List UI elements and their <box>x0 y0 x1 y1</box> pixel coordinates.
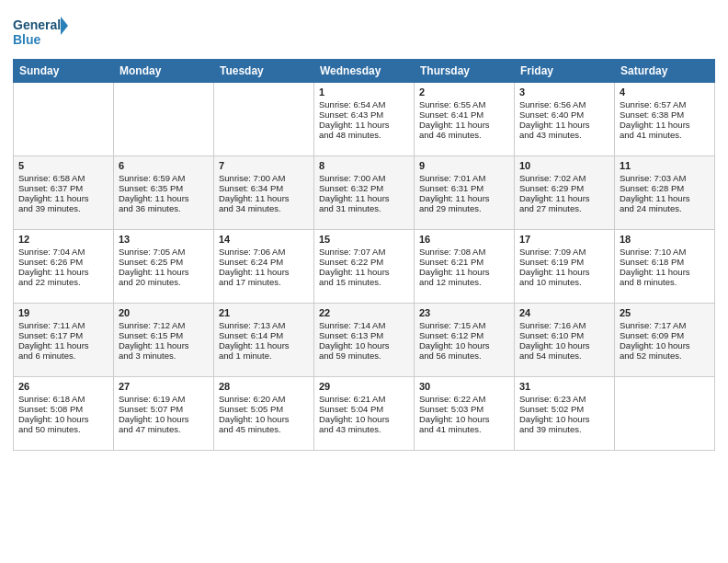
calendar-cell: 24Sunrise: 7:16 AMSunset: 6:10 PMDayligh… <box>515 304 615 377</box>
calendar-cell: 16Sunrise: 7:08 AMSunset: 6:21 PMDayligh… <box>415 230 515 304</box>
day-info: Daylight: 11 hours <box>620 193 710 203</box>
calendar-cell: 27Sunrise: 6:19 AMSunset: 5:07 PMDayligh… <box>114 377 214 451</box>
day-number: 28 <box>219 381 309 392</box>
day-info: Sunset: 6:40 PM <box>519 109 609 120</box>
day-info: and 43 minutes. <box>519 130 609 140</box>
day-info: Daylight: 11 hours <box>18 267 108 277</box>
day-info: and 34 minutes. <box>219 203 309 213</box>
day-info: Sunset: 6:10 PM <box>519 330 609 340</box>
day-info: Sunset: 5:03 PM <box>419 404 509 414</box>
day-info: Sunset: 6:24 PM <box>219 257 309 267</box>
day-info: Sunset: 6:21 PM <box>419 257 509 267</box>
day-info: Sunrise: 6:56 AM <box>519 99 609 109</box>
day-info: Sunrise: 7:12 AM <box>119 320 209 330</box>
calendar-cell: 9Sunrise: 7:01 AMSunset: 6:31 PMDaylight… <box>415 156 515 230</box>
day-info: and 39 minutes. <box>519 424 609 434</box>
calendar-cell: 25Sunrise: 7:17 AMSunset: 6:09 PMDayligh… <box>615 304 715 377</box>
day-info: and 43 minutes. <box>319 424 409 434</box>
day-info: and 29 minutes. <box>419 203 509 213</box>
day-number: 23 <box>419 307 509 318</box>
day-info: Sunset: 6:43 PM <box>319 109 409 120</box>
day-number: 31 <box>519 381 609 392</box>
calendar-header-saturday: Saturday <box>615 60 715 83</box>
day-number: 16 <box>419 234 509 245</box>
svg-marker-2 <box>61 17 68 35</box>
day-info: Daylight: 11 hours <box>519 120 609 130</box>
day-number: 13 <box>119 234 209 245</box>
day-info: Daylight: 10 hours <box>18 414 108 424</box>
calendar-cell: 6Sunrise: 6:59 AMSunset: 6:35 PMDaylight… <box>114 156 214 230</box>
calendar-cell: 2Sunrise: 6:55 AMSunset: 6:41 PMDaylight… <box>415 83 515 156</box>
day-info: Sunrise: 7:10 AM <box>620 247 710 257</box>
calendar-header-tuesday: Tuesday <box>214 60 314 83</box>
day-info: and 6 minutes. <box>18 350 108 361</box>
day-info: Sunrise: 6:58 AM <box>18 173 108 183</box>
day-info: Daylight: 10 hours <box>419 340 509 350</box>
day-info: Daylight: 11 hours <box>119 267 209 277</box>
day-number: 30 <box>419 381 509 392</box>
day-number: 6 <box>119 160 209 171</box>
calendar-cell: 1Sunrise: 6:54 AMSunset: 6:43 PMDaylight… <box>314 83 415 156</box>
day-number: 17 <box>519 234 609 245</box>
day-number: 22 <box>319 307 409 318</box>
day-info: Daylight: 10 hours <box>519 414 609 424</box>
day-number: 3 <box>519 86 609 98</box>
day-info: and 15 minutes. <box>319 277 409 287</box>
calendar-cell: 26Sunrise: 6:18 AMSunset: 5:08 PMDayligh… <box>14 377 114 451</box>
day-info: and 59 minutes. <box>319 350 409 361</box>
day-info: Daylight: 11 hours <box>119 193 209 203</box>
day-info: Daylight: 11 hours <box>319 120 409 130</box>
day-info: Sunrise: 7:02 AM <box>519 173 609 183</box>
day-info: Sunset: 5:04 PM <box>319 404 409 414</box>
day-info: and 20 minutes. <box>119 277 209 287</box>
logo: GeneralBlue <box>13 13 68 52</box>
day-number: 20 <box>119 307 209 318</box>
day-info: and 45 minutes. <box>219 424 309 434</box>
day-info: Daylight: 11 hours <box>419 193 509 203</box>
day-number: 9 <box>419 160 509 171</box>
day-info: and 41 minutes. <box>620 130 710 140</box>
calendar-cell <box>114 83 214 156</box>
day-info: Sunrise: 7:03 AM <box>620 173 710 183</box>
day-info: Daylight: 11 hours <box>319 267 409 277</box>
day-info: Sunset: 6:13 PM <box>319 330 409 340</box>
day-info: Sunrise: 7:15 AM <box>419 320 509 330</box>
day-number: 15 <box>319 234 409 245</box>
day-info: Sunset: 6:29 PM <box>519 183 609 193</box>
day-info: and 46 minutes. <box>419 130 509 140</box>
header: GeneralBlue <box>13 9 715 52</box>
day-number: 4 <box>620 86 710 98</box>
day-info: Daylight: 11 hours <box>620 120 710 130</box>
day-info: Sunset: 6:18 PM <box>620 257 710 267</box>
day-info: Sunrise: 7:04 AM <box>18 247 108 257</box>
day-info: Sunrise: 7:17 AM <box>620 320 710 330</box>
calendar-week-0: 1Sunrise: 6:54 AMSunset: 6:43 PMDaylight… <box>14 83 715 156</box>
calendar-cell <box>214 83 314 156</box>
day-info: Sunset: 5:08 PM <box>18 404 108 414</box>
day-info: Daylight: 11 hours <box>219 193 309 203</box>
day-info: and 10 minutes. <box>519 277 609 287</box>
calendar-table: SundayMondayTuesdayWednesdayThursdayFrid… <box>13 59 715 451</box>
day-info: Sunrise: 7:14 AM <box>319 320 409 330</box>
day-info: Sunrise: 6:55 AM <box>419 99 509 109</box>
calendar-cell: 18Sunrise: 7:10 AMSunset: 6:18 PMDayligh… <box>615 230 715 304</box>
day-info: and 56 minutes. <box>419 350 509 361</box>
day-info: Sunrise: 6:19 AM <box>119 394 209 404</box>
calendar-week-1: 5Sunrise: 6:58 AMSunset: 6:37 PMDaylight… <box>14 156 715 230</box>
day-info: Daylight: 10 hours <box>419 414 509 424</box>
calendar-cell: 4Sunrise: 6:57 AMSunset: 6:38 PMDaylight… <box>615 83 715 156</box>
day-info: Sunrise: 7:11 AM <box>18 320 108 330</box>
calendar-week-2: 12Sunrise: 7:04 AMSunset: 6:26 PMDayligh… <box>14 230 715 304</box>
day-number: 29 <box>319 381 409 392</box>
day-info: Sunrise: 7:07 AM <box>319 247 409 257</box>
calendar-cell <box>615 377 715 451</box>
day-info: and 36 minutes. <box>119 203 209 213</box>
day-info: Sunset: 5:02 PM <box>519 404 609 414</box>
day-number: 8 <box>319 160 409 171</box>
day-info: Daylight: 11 hours <box>620 267 710 277</box>
day-info: Sunrise: 6:20 AM <box>219 394 309 404</box>
day-info: and 24 minutes. <box>620 203 710 213</box>
day-info: Daylight: 10 hours <box>119 414 209 424</box>
day-number: 27 <box>119 381 209 392</box>
day-info: Daylight: 10 hours <box>620 340 710 350</box>
